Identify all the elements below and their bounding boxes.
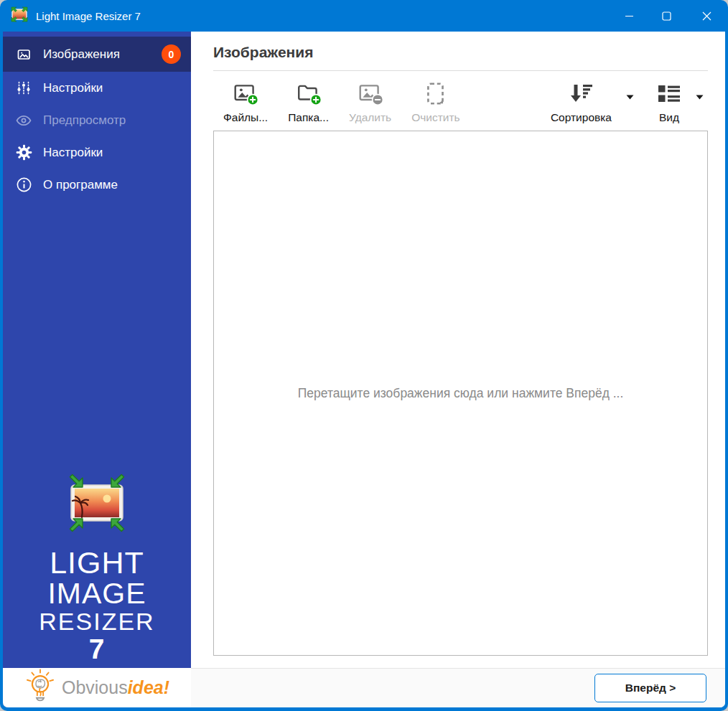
toolbar-label: Вид — [659, 111, 679, 124]
image-count-badge: 0 — [162, 44, 181, 64]
obviousidea-logo[interactable]: Obviousidea! — [3, 668, 191, 707]
add-files-button[interactable]: Файлы... — [213, 78, 278, 124]
close-button[interactable] — [685, 0, 728, 32]
add-folder-button[interactable]: Папка... — [278, 78, 339, 124]
clear-selection-icon — [423, 80, 449, 108]
logo-text-light: LIGHT — [50, 547, 144, 579]
brand-text: Obviousidea! — [62, 677, 169, 698]
minimize-button[interactable] — [610, 0, 648, 32]
toolbar: Файлы... Папка... — [213, 78, 708, 124]
view-icon — [657, 80, 681, 108]
dropzone[interactable]: Перетащите изображения сюда или нажмите … — [213, 131, 708, 656]
logo-text-version: 7 — [89, 635, 106, 664]
sidebar-item-settings[interactable]: Настройки — [3, 136, 191, 169]
remove-image-button[interactable]: Удалить — [339, 78, 401, 124]
close-icon — [702, 11, 711, 21]
gear-icon — [15, 144, 32, 161]
sidebar-item-images[interactable]: Изображения 0 — [3, 37, 191, 72]
product-logo: LIGHT IMAGE RESIZER 7 — [3, 470, 191, 668]
view-dropdown-button[interactable] — [691, 88, 708, 105]
dropzone-hint: Перетащите изображения сюда или нажмите … — [298, 386, 624, 401]
lightbulb-icon — [24, 669, 56, 707]
sidebar-item-label: Настройки — [43, 146, 103, 160]
logo-text-resizer: RESIZER — [39, 609, 154, 634]
page-title: Изображения — [213, 44, 708, 71]
sliders-icon — [15, 80, 32, 97]
sidebar-item-label: Изображения — [43, 47, 120, 62]
bottom-bar: Вперёд > — [191, 668, 725, 707]
next-button[interactable]: Вперёд > — [594, 674, 706, 702]
sidebar-item-label: О программе — [43, 178, 118, 192]
app-window: Light Image Resizer 7 — [0, 0, 728, 711]
sidebar-item-preview[interactable]: Предпросмотр — [3, 104, 191, 136]
window-body: Изображения 0 — [3, 32, 725, 707]
toolbar-label: Сортировка — [551, 111, 612, 124]
maximize-button[interactable] — [648, 0, 685, 32]
sidebar-nav: Изображения 0 — [3, 32, 191, 201]
chevron-down-icon — [626, 95, 634, 100]
clear-list-button[interactable]: Очистить — [401, 78, 470, 124]
eye-icon — [15, 112, 32, 129]
sidebar-item-resize-settings[interactable]: Настройки — [3, 72, 191, 104]
minimize-icon — [625, 11, 634, 21]
remove-image-icon — [358, 80, 383, 108]
sidebar: Изображения 0 — [3, 32, 191, 707]
main-panel: Изображения Файлы... — [191, 32, 725, 707]
product-logo-icon — [60, 470, 134, 539]
sort-icon — [569, 80, 593, 108]
view-button[interactable]: Вид — [647, 78, 691, 124]
toolbar-label: Удалить — [349, 111, 391, 124]
toolbar-label: Папка... — [288, 111, 329, 124]
title-bar: Light Image Resizer 7 — [0, 0, 728, 32]
chevron-down-icon — [696, 95, 704, 100]
maximize-icon — [662, 11, 671, 21]
toolbar-label: Очистить — [411, 111, 459, 124]
images-icon — [15, 46, 32, 63]
sidebar-item-about[interactable]: О программе — [3, 169, 191, 201]
toolbar-right-group: Сортировка — [541, 78, 708, 124]
toolbar-label: Файлы... — [223, 111, 268, 124]
sort-button[interactable]: Сортировка — [541, 78, 622, 124]
add-folder-icon — [296, 80, 322, 108]
logo-text-image: IMAGE — [47, 579, 146, 609]
sidebar-item-label: Предпросмотр — [43, 113, 126, 128]
sidebar-item-label: Настройки — [43, 81, 103, 95]
window-title: Light Image Resizer 7 — [36, 10, 141, 22]
add-files-icon — [233, 80, 258, 108]
sort-dropdown-button[interactable] — [622, 88, 638, 105]
info-icon — [15, 176, 32, 194]
app-logo-icon — [10, 6, 29, 25]
